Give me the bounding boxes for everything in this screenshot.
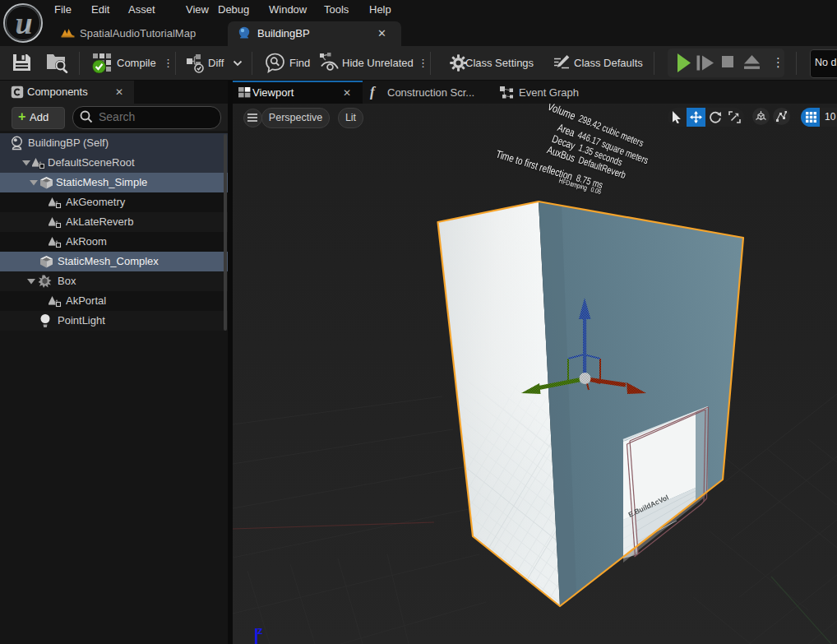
svg-text:z: z: [257, 624, 263, 637]
svg-text:u: u: [15, 6, 32, 40]
